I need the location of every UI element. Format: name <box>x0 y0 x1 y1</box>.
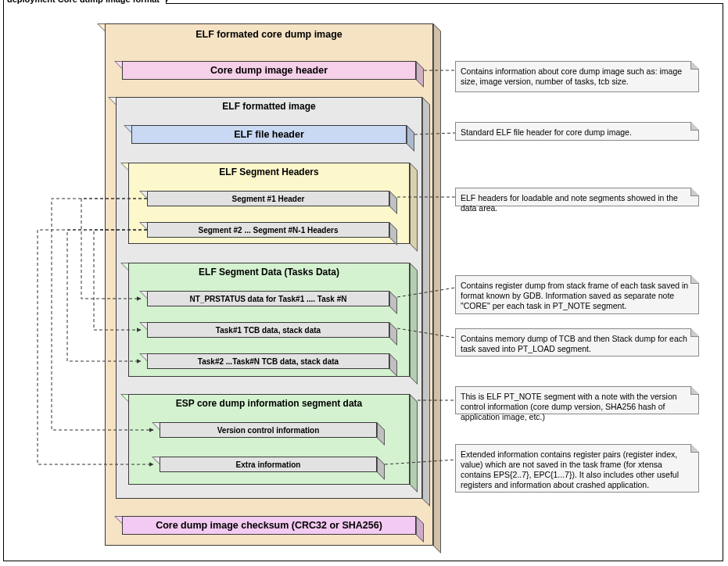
note-segment-headers: ELF headers for loadable and note segmen… <box>455 188 699 206</box>
note-esp-info: This is ELF PT_NOTE segment with a note … <box>455 386 699 414</box>
box-taskn-tcb: Task#2 ...Task#N TCB data, stack data <box>147 353 389 369</box>
box-segment-1-header: Segment #1 Header <box>147 191 389 206</box>
note-elf-file-header: Standard ELF file header for core dump i… <box>455 122 699 141</box>
note-extra-info: Extended information contains register p… <box>455 444 699 493</box>
note-header: Contains information about core dump ima… <box>455 61 699 92</box>
box-version-control-info: Version control information <box>160 422 377 438</box>
note-tcb: Contains memory dump of TCB and then Sta… <box>455 328 699 356</box>
box-segment-n-headers: Segment #2 ... Segment #N-1 Headers <box>147 222 389 238</box>
frame-title: deployment Core dump image format <box>3 0 167 4</box>
box-extra-info: Extra information <box>160 457 377 472</box>
box-nt-prstatus: NT_PRSTATUS data for Task#1 .... Task #N <box>147 291 389 306</box>
box-task1-tcb: Task#1 TCB data, stack data <box>147 322 389 338</box>
box-checksum: Core dump image checksum (CRC32 or SHA25… <box>122 516 416 535</box>
box-core-dump-header: Core dump image header <box>122 61 416 80</box>
box-elf-file-header: ELF file header <box>131 125 407 144</box>
note-prstatus: Contains register dump from stack frame … <box>455 275 699 314</box>
